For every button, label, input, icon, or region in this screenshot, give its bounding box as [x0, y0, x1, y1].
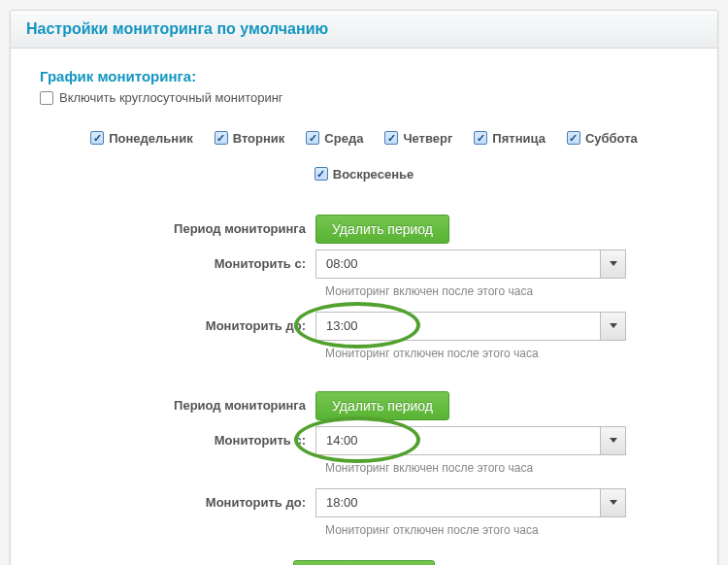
monitor-to-hint: Мониторинг отключен после этого часа — [92, 347, 636, 360]
day-checkbox-5[interactable]: Суббота — [567, 131, 638, 146]
enable-247-checkbox[interactable] — [40, 91, 53, 105]
day-checkbox-box[interactable] — [567, 131, 580, 145]
day-checkbox-box[interactable] — [474, 131, 487, 145]
day-label: Среда — [324, 131, 363, 146]
monitor-to-value: 18:00 — [326, 495, 358, 510]
day-checkbox-6[interactable]: Воскресенье — [314, 167, 414, 182]
period-label: Период мониторинга — [92, 398, 315, 413]
monitor-from-row: Мониторить с: 14:00 — [92, 426, 636, 455]
monitor-from-label: Мониторить с: — [92, 256, 315, 271]
delete-period-button[interactable]: Удалить период — [315, 215, 449, 244]
monitor-from-select[interactable]: 08:00 — [315, 249, 626, 279]
chevron-down-icon[interactable] — [600, 313, 625, 340]
monitor-from-hint: Мониторинг включен после этого часа — [92, 284, 636, 298]
panel-title: Настройки мониторинга по умолчанию — [11, 11, 717, 49]
monitor-from-value: 14:00 — [326, 433, 358, 448]
enable-247-label[interactable]: Включить круглосуточный мониторинг — [40, 90, 283, 105]
day-checkbox-box[interactable] — [306, 131, 319, 145]
panel-body: График мониторинга: Включить круглосуточ… — [11, 49, 717, 565]
day-checkbox-box[interactable] — [215, 131, 228, 145]
day-checkbox-4[interactable]: Пятница — [474, 131, 546, 146]
day-label: Воскресенье — [333, 167, 414, 182]
chevron-down-icon[interactable] — [600, 427, 625, 454]
monitor-from-label: Мониторить с: — [92, 433, 315, 448]
monitor-to-hint: Мониторинг отключен после этого часа — [92, 523, 636, 537]
periods-area: Период мониторинга Удалить период Монито… — [40, 215, 688, 566]
monitor-from-row: Мониторить с: 08:00 — [92, 249, 636, 279]
monitor-from-hint: Мониторинг включен после этого часа — [92, 461, 636, 475]
monitor-to-label: Мониторить до: — [92, 495, 315, 510]
day-label: Суббота — [585, 131, 638, 146]
period-header-row: Период мониторинга Удалить период — [92, 215, 636, 244]
days-row: ПонедельникВторникСредаЧетвергПятницаСуб… — [40, 131, 688, 182]
day-checkbox-0[interactable]: Понедельник — [90, 131, 192, 146]
monitor-to-row: Мониторить до: 13:00 — [92, 312, 636, 341]
period-header-row: Период мониторинга Удалить период — [92, 391, 636, 420]
delete-period-button[interactable]: Удалить период — [315, 391, 449, 420]
day-checkbox-2[interactable]: Среда — [306, 131, 363, 146]
monitor-to-row: Мониторить до: 18:00 — [92, 488, 636, 517]
schedule-title: График мониторинга: — [40, 68, 688, 84]
day-checkbox-box[interactable] — [90, 131, 104, 145]
chevron-down-icon[interactable] — [600, 250, 625, 278]
day-checkbox-1[interactable]: Вторник — [215, 131, 285, 146]
enable-247-text: Включить круглосуточный мониторинг — [59, 90, 283, 105]
settings-panel: Настройки мониторинга по умолчанию Графи… — [10, 10, 718, 565]
day-label: Пятница — [492, 131, 546, 146]
add-period-button[interactable]: Добавить период — [293, 560, 435, 566]
period-label: Период мониторинга — [92, 221, 315, 236]
day-label: Понедельник — [109, 131, 192, 146]
day-label: Вторник — [233, 131, 285, 146]
day-checkbox-box[interactable] — [314, 167, 328, 181]
day-label: Четверг — [403, 131, 452, 146]
monitor-to-select[interactable]: 13:00 — [315, 312, 626, 341]
monitor-to-select[interactable]: 18:00 — [315, 488, 626, 517]
enable-247-row: Включить круглосуточный мониторинг — [40, 90, 688, 108]
monitor-to-value: 13:00 — [326, 318, 358, 333]
monitor-from-value: 08:00 — [326, 256, 358, 271]
day-checkbox-box[interactable] — [384, 131, 398, 145]
monitor-from-select[interactable]: 14:00 — [315, 426, 626, 455]
chevron-down-icon[interactable] — [600, 489, 625, 516]
monitor-to-label: Мониторить до: — [92, 318, 315, 333]
day-checkbox-3[interactable]: Четверг — [384, 131, 452, 146]
